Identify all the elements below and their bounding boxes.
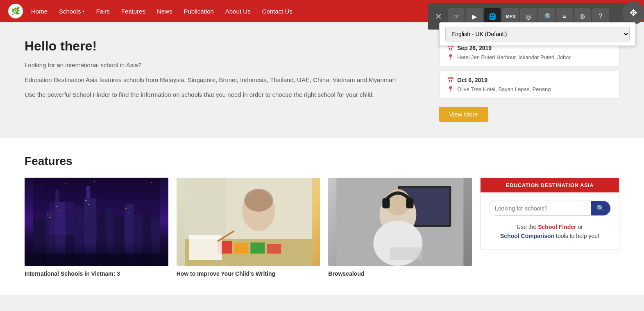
svg-rect-30 bbox=[49, 202, 74, 235]
sidebar-widget: EDUCATION DESTINATION ASIA 🔍 Use the Sch… bbox=[480, 178, 619, 249]
svg-rect-39 bbox=[189, 235, 222, 260]
school-finder-text: Use the School Finder or School Comparis… bbox=[489, 222, 611, 241]
feature-title-vietnam: International Schools in Vietnam: 3 bbox=[25, 270, 168, 278]
svg-rect-6 bbox=[33, 219, 45, 266]
sidebar-widget-header: EDUCATION DESTINATION ASIA bbox=[481, 178, 619, 192]
nav-news[interactable]: News bbox=[157, 8, 172, 15]
nav-logo[interactable]: 🌿 bbox=[8, 4, 23, 18]
school-finder-link[interactable]: School Finder bbox=[538, 224, 576, 230]
feature-title-browsealoud: Browsealoud bbox=[328, 270, 472, 278]
event-location-2: 📍 Olive Tree Hotel, Bayan Lepas, Penang bbox=[447, 86, 612, 92]
language-dropdown-wrapper: English - UK (Default) bbox=[439, 22, 636, 46]
svg-rect-17 bbox=[125, 204, 134, 266]
svg-rect-28 bbox=[125, 208, 127, 209]
nav-contact[interactable]: Contact Us bbox=[262, 8, 293, 15]
event-date-2: 📅 Oct 6, 2019 bbox=[447, 77, 612, 83]
features-section: Features bbox=[0, 138, 644, 295]
svg-rect-9 bbox=[55, 190, 59, 202]
calendar-icon-2: 📅 bbox=[447, 77, 454, 83]
svg-rect-12 bbox=[84, 198, 96, 266]
svg-rect-37 bbox=[250, 242, 265, 254]
school-comparison-link[interactable]: School Comparison bbox=[500, 233, 554, 239]
feature-img-browsealoud bbox=[328, 178, 472, 266]
svg-rect-48 bbox=[383, 198, 390, 208]
features-heading: Features bbox=[25, 155, 619, 168]
pin-icon-1: 📍 bbox=[447, 54, 454, 60]
feature-img-vietnam bbox=[25, 178, 168, 266]
navbar: 🌿 Home Schools ▾ Fairs Features News Pub… bbox=[0, 0, 644, 22]
hero-text: Hello there! Looking for an internationa… bbox=[25, 39, 423, 122]
svg-rect-49 bbox=[406, 198, 414, 208]
svg-rect-19 bbox=[143, 210, 151, 266]
schools-caret: ▾ bbox=[82, 9, 84, 14]
svg-rect-21 bbox=[33, 254, 160, 266]
svg-rect-14 bbox=[97, 213, 105, 266]
nav-schools[interactable]: Schools ▾ bbox=[59, 8, 84, 15]
nav-links: Home Schools ▾ Fairs Features News Publi… bbox=[31, 8, 293, 15]
svg-point-41 bbox=[244, 189, 273, 212]
kid-writing-image bbox=[177, 178, 320, 266]
svg-rect-36 bbox=[234, 243, 248, 254]
feature-card-browsealoud[interactable]: Browsealoud bbox=[328, 178, 472, 278]
svg-rect-27 bbox=[88, 204, 89, 205]
sidebar-widget-body: 🔍 Use the School Finder or School Compar… bbox=[481, 192, 619, 249]
svg-point-5 bbox=[151, 182, 152, 183]
hero-cta: Use the powerful School Finder to find t… bbox=[25, 90, 423, 100]
svg-rect-26 bbox=[85, 200, 86, 201]
svg-rect-38 bbox=[267, 244, 281, 254]
hero-heading: Hello there! bbox=[25, 39, 423, 54]
nav-home[interactable]: Home bbox=[31, 8, 48, 15]
svg-rect-51 bbox=[390, 247, 423, 260]
svg-rect-16 bbox=[113, 217, 124, 266]
svg-rect-15 bbox=[106, 208, 113, 266]
hero-subheading: Looking for an international school in A… bbox=[25, 60, 423, 70]
feature-card-writing[interactable]: How to Improve Your Child's Writing bbox=[177, 178, 320, 278]
svg-rect-13 bbox=[86, 186, 90, 199]
svg-rect-29 bbox=[128, 213, 129, 213]
school-search-box: 🔍 bbox=[489, 201, 611, 216]
svg-rect-20 bbox=[152, 219, 160, 266]
hero-events: 📅 Sep 28, 2019 📍 Hotel Jen Puteri Harbou… bbox=[439, 39, 619, 122]
event-location-1: 📍 Hotel Jen Puteri Harbour, Iskandar Put… bbox=[447, 54, 612, 60]
nav-publication[interactable]: Publication bbox=[184, 8, 213, 15]
school-search-input[interactable] bbox=[489, 202, 591, 215]
svg-rect-11 bbox=[74, 206, 83, 266]
hero-description: Education Destination Asia features scho… bbox=[25, 75, 423, 85]
feature-img-writing bbox=[177, 178, 320, 266]
feature-title-writing: How to Improve Your Child's Writing bbox=[177, 270, 320, 278]
school-search-button[interactable]: 🔍 bbox=[591, 201, 610, 215]
svg-point-1 bbox=[41, 185, 41, 186]
event-item-2: 📅 Oct 6, 2019 📍 Olive Tree Hotel, Bayan … bbox=[439, 71, 619, 98]
svg-point-2 bbox=[65, 183, 66, 184]
nav-features[interactable]: Features bbox=[121, 8, 145, 15]
svg-rect-22 bbox=[47, 215, 48, 215]
features-grid: International Schools in Vietnam: 3 bbox=[25, 178, 619, 278]
nav-about[interactable]: About Us bbox=[225, 8, 251, 15]
svg-point-3 bbox=[94, 181, 95, 182]
view-more-button[interactable]: View More bbox=[439, 107, 488, 122]
feature-card-vietnam[interactable]: International Schools in Vietnam: 3 bbox=[25, 178, 168, 278]
nav-fairs[interactable]: Fairs bbox=[96, 8, 109, 15]
svg-point-4 bbox=[122, 188, 123, 188]
headphones-image bbox=[328, 178, 472, 266]
language-select[interactable]: English - UK (Default) bbox=[445, 27, 630, 41]
toolbar-move-btn[interactable]: ✥ bbox=[622, 2, 644, 25]
pin-icon-2: 📍 bbox=[447, 86, 454, 92]
svg-rect-18 bbox=[134, 214, 142, 266]
city-night-image bbox=[25, 178, 168, 266]
